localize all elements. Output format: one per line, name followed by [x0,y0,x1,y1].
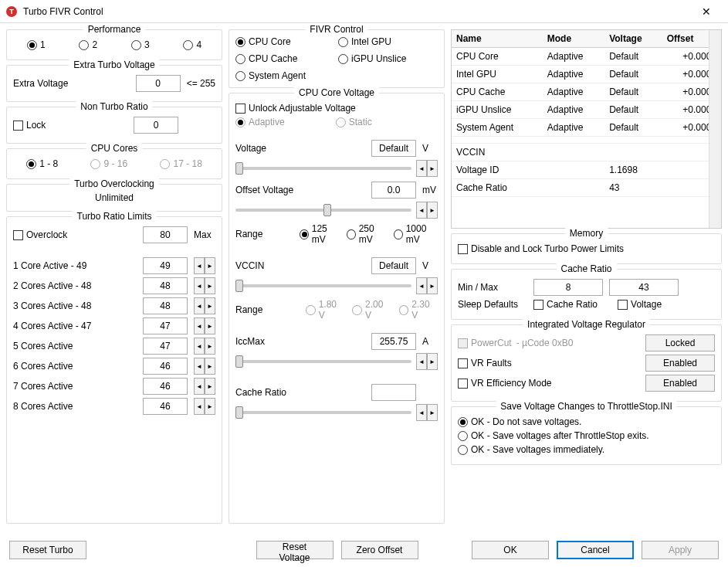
overclock-checkbox[interactable]: Overclock [13,229,67,240]
perf-radio-2[interactable]: 2 [79,39,97,50]
offset-slider[interactable] [235,209,411,212]
turbo-dec[interactable]: ◄ [194,338,205,355]
turbo-row-input[interactable] [143,378,188,395]
fivr-radio[interactable]: Intel GPU [338,36,438,47]
vccin-inc[interactable]: ► [427,277,438,294]
cores-radio[interactable]: 1 - 8 [26,158,58,169]
turbo-dec[interactable]: ◄ [194,378,205,395]
fivr-radio[interactable]: CPU Core [235,36,335,47]
perf-radio-3[interactable]: 3 [131,39,150,50]
voltage-dec[interactable]: ◄ [416,160,427,177]
fivr-radio[interactable]: System Agent [235,70,335,81]
vccin-dec[interactable]: ◄ [416,277,427,294]
zero-offset-button[interactable]: Zero Offset [341,541,418,559]
icc-inc[interactable]: ► [427,353,438,370]
reset-voltage-button[interactable]: Reset Voltage [256,541,334,559]
range-radio[interactable]: 125 mV [300,223,339,245]
close-icon[interactable]: ✕ [691,5,722,18]
turbo-dec[interactable]: ◄ [194,317,205,334]
ucode-label: - µCode 0xB0 [512,338,645,348]
save-radio[interactable]: OK - Save voltages after ThrottleStop ex… [458,430,649,441]
fivr-radio[interactable]: CPU Cache [235,53,335,64]
range-radio[interactable]: 1000 mV [394,223,438,245]
table-header[interactable]: Mode [543,30,604,48]
locked-status[interactable]: Locked [645,334,715,351]
turbo-inc[interactable]: ► [205,398,215,415]
vrfaults-checkbox[interactable]: VR Faults [458,358,512,368]
sleep-cache-checkbox[interactable]: Cache Ratio [533,299,598,310]
vreff-checkbox[interactable]: VR Efficiency Mode [458,378,552,389]
non-turbo-input[interactable] [134,117,178,134]
table-row[interactable]: Cache Ratio43 [452,179,721,197]
turbo-inc[interactable]: ► [205,297,215,314]
turbo-dec[interactable]: ◄ [194,297,205,314]
fivr-radio[interactable]: iGPU Unslice [338,53,438,64]
offset-dec[interactable]: ◄ [416,202,427,219]
cores-radio: 9 - 16 [90,158,127,169]
table-row[interactable]: Intel GPUAdaptiveDefault+0.0000 [452,66,721,83]
icc-dec[interactable]: ◄ [416,353,427,370]
vccin-input[interactable] [371,257,416,274]
cache-min-input[interactable] [533,279,603,296]
turbo-row-input[interactable] [143,317,188,334]
turbo-inc[interactable]: ► [205,257,215,274]
turbo-inc[interactable]: ► [205,277,215,294]
turbo-inc[interactable]: ► [205,358,215,375]
turbo-dec[interactable]: ◄ [194,277,205,294]
table-header[interactable]: Name [452,30,543,48]
turbo-row-input[interactable] [143,338,188,355]
cache-ratio-input[interactable] [371,384,416,401]
table-row[interactable]: System AgentAdaptiveDefault+0.0000 [452,119,721,137]
save-radio[interactable]: OK - Save voltages immediately. [458,444,604,455]
apply-button[interactable]: Apply [642,541,719,559]
cancel-button[interactable]: Cancel [557,541,634,559]
vreff-status[interactable]: Enabled [645,375,715,392]
save-radio[interactable]: OK - Do not save voltages. [458,416,581,427]
table-row[interactable]: Voltage ID1.1698 [452,161,721,179]
cache-slider[interactable] [235,411,411,414]
overclock-input[interactable] [143,226,188,243]
turbo-row-input[interactable] [143,257,188,274]
voltage-table[interactable]: NameModeVoltageOffset CPU CoreAdaptiveDe… [451,29,722,229]
cache-inc[interactable]: ► [427,404,438,421]
range-radio[interactable]: 250 mV [347,223,386,245]
turbo-inc[interactable]: ► [205,338,215,355]
turbo-inc[interactable]: ► [205,317,215,334]
icc-input[interactable] [371,333,416,350]
extra-voltage-input[interactable] [136,75,181,92]
turbo-inc[interactable]: ► [205,378,215,395]
icc-slider[interactable] [235,360,411,363]
save-legend: Save Voltage Changes to ThrottleStop.INI [496,401,677,412]
turbo-dec[interactable]: ◄ [194,358,205,375]
voltage-input[interactable] [371,140,416,157]
lock-checkbox[interactable]: Lock [13,120,46,131]
table-row[interactable]: CPU CoreAdaptiveDefault+0.0000 [452,48,721,66]
turbo-dec[interactable]: ◄ [194,257,205,274]
sleep-voltage-checkbox[interactable]: Voltage [618,299,662,310]
cache-max-input[interactable] [609,279,679,296]
table-row[interactable]: CPU CacheAdaptiveDefault+0.0000 [452,83,721,101]
table-row[interactable]: iGPU UnsliceAdaptiveDefault+0.0000 [452,101,721,119]
disable-lock-checkbox[interactable]: Disable and Lock Turbo Power Limits [458,243,624,254]
offset-inc[interactable]: ► [427,202,438,219]
table-header[interactable]: Voltage [604,30,662,48]
table-row[interactable]: VCCIN [452,144,721,161]
turbo-dec[interactable]: ◄ [194,398,205,415]
reset-turbo-button[interactable]: Reset Turbo [9,541,86,559]
ok-button[interactable]: OK [472,541,549,559]
turbo-row-input[interactable] [143,398,188,415]
cache-dec[interactable]: ◄ [416,404,427,421]
turbo-row-input[interactable] [143,277,188,294]
unlock-checkbox[interactable]: Unlock Adjustable Voltage [235,103,356,114]
turbo-row-input[interactable] [143,358,188,375]
vrfaults-status[interactable]: Enabled [645,355,715,372]
voltage-inc[interactable]: ► [427,160,438,177]
voltage-slider[interactable] [235,167,411,170]
perf-radio-4[interactable]: 4 [183,39,201,50]
turbo-row-input[interactable] [143,297,188,314]
table-scroll-y[interactable] [709,30,721,228]
perf-radio-1[interactable]: 1 [27,39,46,50]
table-row[interactable] [452,137,721,144]
offset-input[interactable] [371,182,416,199]
vccin-slider[interactable] [235,284,411,287]
